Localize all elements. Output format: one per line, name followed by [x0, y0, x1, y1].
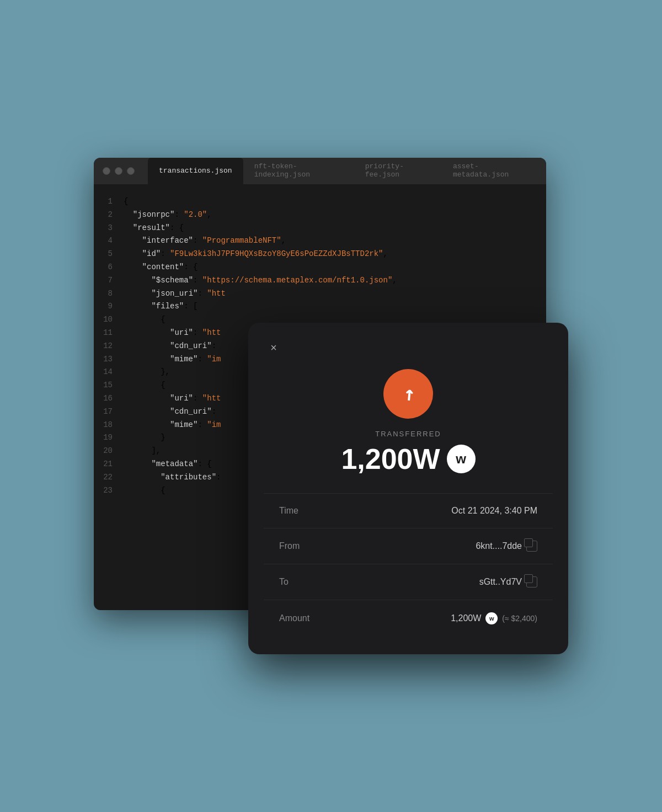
modal-details: Time Oct 21 2024, 3:40 PM From 6knt....7… — [264, 493, 553, 637]
code-line: { — [121, 195, 546, 209]
time-label: Time — [279, 506, 298, 516]
to-copy-icon[interactable] — [526, 576, 537, 587]
tab-priority-fee[interactable]: priority-fee.json — [354, 158, 442, 184]
tab-asset-metadata[interactable]: asset-metadata.json — [442, 158, 537, 184]
modal-header: × — [248, 323, 568, 358]
code-line: "id": "F9Lw3ki3hJ7PF9HQXsBzoY8GyE6sPoEZZ… — [121, 248, 546, 261]
time-value: Oct 21 2024, 3:40 PM — [451, 506, 537, 516]
tab-transactions[interactable]: transactions.json — [148, 158, 243, 184]
window-dot-maximize[interactable] — [127, 167, 135, 175]
code-line: "interface": "ProgrammableNFT", — [121, 234, 546, 248]
window-controls — [103, 167, 135, 175]
from-copy-icon[interactable] — [526, 541, 537, 552]
transfer-icon: ↗ — [383, 369, 433, 419]
from-value: 6knt....7dde — [476, 541, 537, 552]
transfer-amount: 1,200W w — [341, 442, 475, 476]
code-line: "content": { — [121, 261, 546, 274]
window-dot-close[interactable] — [103, 167, 110, 175]
amount-text: 1,200W — [341, 442, 440, 476]
arrow-up-right-icon: ↗ — [396, 381, 421, 407]
from-row: From 6knt....7dde — [264, 528, 553, 564]
code-line: "jsonrpc": "2.0", — [121, 209, 546, 222]
to-row: To sGtt..Yd7V — [264, 564, 553, 600]
to-label: To — [279, 577, 289, 587]
code-line: "files": [ — [121, 300, 546, 313]
time-row: Time Oct 21 2024, 3:40 PM — [264, 494, 553, 528]
amount-detail-value: 1,200W w (≈ $2,400) — [451, 612, 537, 624]
amount-row: Amount 1,200W w (≈ $2,400) — [264, 600, 553, 637]
code-line: "$schema": "https://schema.metaplex.com/… — [121, 274, 546, 287]
modal-body: ↗ TRANSFERRED 1,200W w Time Oct 21 2024,… — [248, 358, 568, 637]
transaction-modal: × ↗ TRANSFERRED 1,200W w Time Oct 21 202… — [248, 323, 568, 654]
line-numbers: 1234567891011121314151617181920212223 — [94, 184, 121, 610]
editor-tabs: transactions.json nft-token-indexing.jso… — [148, 158, 537, 184]
code-line: "json_uri": "htt — [121, 287, 546, 301]
close-button[interactable]: × — [264, 338, 284, 358]
tab-nft-indexing[interactable]: nft-token-indexing.json — [243, 158, 354, 184]
to-value: sGtt..Yd7V — [479, 576, 537, 587]
from-label: From — [279, 541, 300, 551]
w-coin-logo: w — [447, 445, 476, 473]
code-line: "result": { — [121, 222, 546, 235]
amount-label: Amount — [279, 613, 309, 623]
editor-titlebar: transactions.json nft-token-indexing.jso… — [94, 158, 546, 184]
transfer-label: TRANSFERRED — [375, 430, 441, 438]
w-coin-small: w — [485, 612, 498, 624]
window-dot-minimize[interactable] — [115, 167, 122, 175]
